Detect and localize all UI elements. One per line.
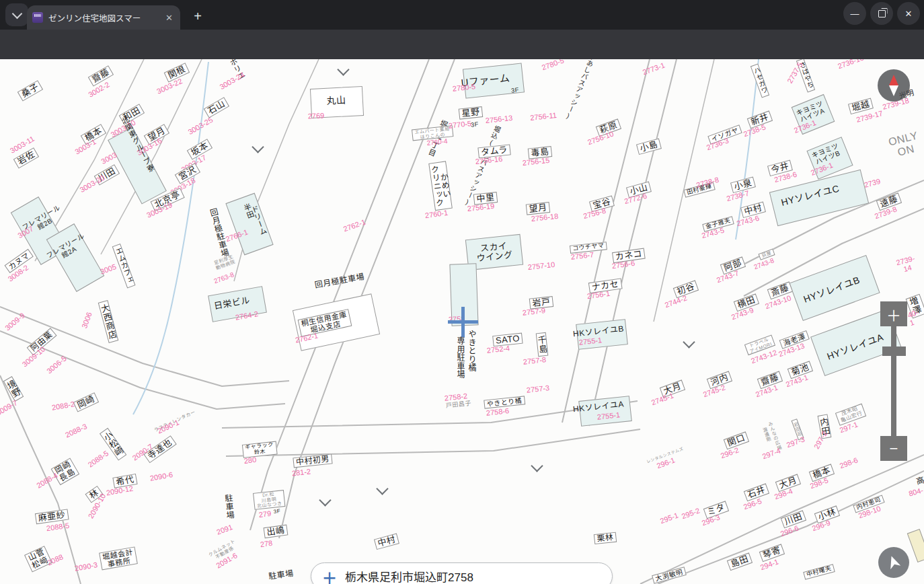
map-label: 駐車場: [223, 494, 233, 519]
map-canvas[interactable]: 桑子齋藤3002-2関根3003-22和田3003-10望月3003-16石山3…: [0, 59, 924, 584]
window-maximize-button[interactable]: [870, 2, 893, 25]
zoom-in-button[interactable]: ＋: [880, 301, 907, 326]
browser-toolbar: ← → ⟳ app.zip-site.com/smt/app/map.htm ★: [0, 30, 924, 59]
map-label: 3F: [273, 509, 280, 515]
close-icon: ✕: [905, 9, 913, 19]
tab-close-icon[interactable]: ✕: [165, 13, 173, 23]
plus-icon: ＋: [886, 303, 901, 325]
map-label: 丸山: [326, 96, 346, 107]
map-center-marker: [461, 307, 465, 337]
chevron-down-icon: [11, 8, 22, 19]
map-label: やきとり橘: [467, 330, 475, 373]
map-label: スカイ ウイング: [475, 241, 514, 264]
map-label: 専用駐車場: [456, 337, 464, 379]
maximize-icon: [878, 10, 886, 17]
compass-north-needle: [889, 75, 898, 85]
map-label: 3F: [511, 87, 519, 94]
window-minimize-button[interactable]: —: [843, 2, 866, 25]
browser-window: ゼンリン住宅地図スマー ✕ + — ✕ ← → ⟳ app.zip-site.c…: [0, 0, 924, 584]
browser-tab[interactable]: ゼンリン住宅地図スマー ✕: [27, 5, 180, 30]
tab-search-button[interactable]: [5, 3, 28, 26]
zoom-slider-track[interactable]: [891, 326, 896, 436]
new-tab-button[interactable]: +: [188, 7, 207, 26]
map-label: 279: [258, 509, 272, 519]
minimize-icon: —: [851, 9, 859, 19]
map-label: 高: [915, 476, 924, 486]
tab-title: ゼンリン住宅地図スマー: [48, 11, 161, 24]
add-pin-icon: ＋: [322, 566, 337, 584]
minus-icon: −: [890, 440, 898, 458]
map-label: 280: [243, 455, 257, 465]
search-address-text: 栃木県足利市堀込町2758: [345, 568, 473, 584]
compass-button[interactable]: [878, 69, 910, 102]
zoom-slider-handle[interactable]: [882, 346, 906, 356]
zoom-out-button[interactable]: −: [880, 436, 907, 461]
window-close-button[interactable]: ✕: [897, 2, 920, 25]
tab-strip: ゼンリン住宅地図スマー ✕ + — ✕: [0, 0, 924, 30]
address-search-pill[interactable]: ＋ 栃木県足利市堀込町2758: [311, 562, 613, 584]
zenrin-favicon-icon: [32, 12, 43, 23]
navigation-arrow-icon: [884, 552, 904, 573]
map-label: 278: [260, 539, 273, 549]
map-label: 2769: [307, 111, 324, 120]
current-location-button[interactable]: [878, 547, 909, 578]
map-label: 3F: [471, 121, 479, 129]
compass-south-needle: [889, 85, 898, 96]
map-label: Dr.松 川島明 北山なつき: [253, 490, 285, 510]
